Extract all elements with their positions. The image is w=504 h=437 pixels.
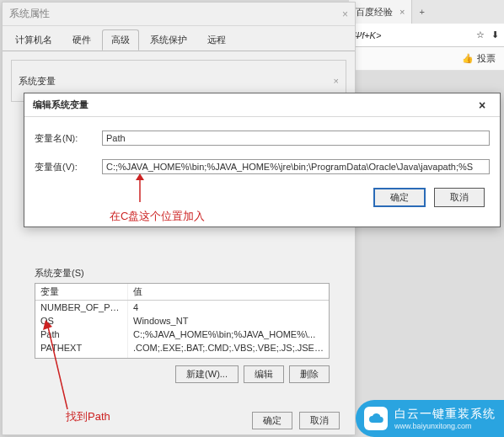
edit-button[interactable]: 编辑 (244, 365, 284, 383)
close-icon[interactable]: × (342, 8, 348, 20)
thumbs-up-icon[interactable]: 👍 (462, 53, 474, 64)
tab-protection[interactable]: 系统保护 (141, 29, 196, 51)
close-icon[interactable]: × (473, 96, 491, 115)
value-input[interactable] (102, 159, 490, 174)
watermark-url: www.baiyunxitong.com (394, 422, 496, 430)
watermark: 白云一键重装系统 www.baiyunxitong.com (356, 400, 504, 437)
ok-button[interactable]: 确定 (373, 188, 426, 207)
star-icon[interactable]: ☆ (476, 29, 485, 40)
table-row: PROCESSOR_AR...AMD64 (35, 354, 329, 359)
cancel-button[interactable]: 取消 (299, 412, 340, 429)
table-row: NUMBER_OF_PR...4 (35, 301, 329, 314)
name-label: 变量名(N): (35, 132, 102, 145)
col-name[interactable]: 变量 (35, 284, 128, 300)
value-label: 变量值(V): (35, 161, 102, 173)
new-button[interactable]: 新建(W)... (175, 365, 239, 383)
tab-bar: 计算机名 硬件 高级 系统保护 远程 (3, 26, 355, 51)
table-row: PATHEXT.COM;.EXE;.BAT;.CMD;.VBS;.VBE;.JS… (35, 341, 329, 354)
tab-remote[interactable]: 远程 (198, 29, 235, 51)
address-bar[interactable]: Ψf+K> ☆ ⬇ (349, 24, 504, 47)
inner-caption: 系统变量 (19, 75, 56, 88)
dialog-title: 编辑系统变量 (33, 99, 88, 111)
sysvars-caption: 系统变量(S) (35, 267, 330, 280)
cloud-icon (364, 407, 388, 430)
col-value[interactable]: 值 (128, 284, 329, 300)
ok-button[interactable]: 确定 (252, 412, 292, 429)
tab-hardware[interactable]: 硬件 (63, 29, 100, 51)
page-toolbar: 👍 投票 (349, 47, 504, 71)
new-tab-button[interactable]: + (412, 7, 431, 17)
close-icon[interactable]: × (399, 7, 405, 17)
table-row: PathC:;%JAVA_HOME%\bin;%JAVA_HOME%\... (35, 328, 329, 341)
table-row: OSWindows_NT (35, 314, 329, 328)
cancel-button[interactable]: 取消 (434, 188, 485, 207)
address-hint: Ψf+K> (354, 30, 381, 40)
browser-tab[interactable]: 百度经验 × (349, 0, 412, 24)
name-input[interactable] (102, 131, 490, 146)
tab-label: 百度经验 (356, 6, 393, 19)
browser-tabstrip: 百度经验 × + (349, 0, 504, 24)
window-title: 系统属性 (9, 7, 50, 21)
sysvars-list[interactable]: 变量 值 NUMBER_OF_PR...4 OSWindows_NT PathC… (35, 283, 330, 359)
edit-variable-dialog: 编辑系统变量 × 变量名(N): 变量值(V): 确定 取消 (24, 93, 501, 227)
close-icon[interactable]: × (334, 76, 339, 86)
tab-advanced[interactable]: 高级 (102, 29, 139, 51)
download-icon[interactable]: ⬇ (491, 29, 499, 40)
delete-button[interactable]: 删除 (289, 365, 330, 383)
vote-label[interactable]: 投票 (477, 52, 496, 65)
watermark-title: 白云一键重装系统 (394, 407, 496, 422)
tab-computer-name[interactable]: 计算机名 (6, 29, 62, 51)
